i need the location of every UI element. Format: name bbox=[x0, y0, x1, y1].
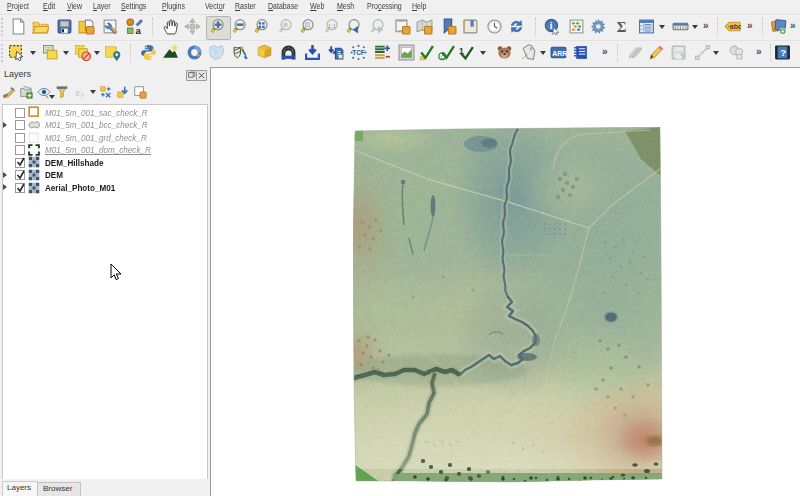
svg-text:ARR: ARR bbox=[552, 50, 567, 57]
svg-text:ε: ε bbox=[76, 87, 80, 98]
svg-text:├: ├ bbox=[80, 92, 84, 99]
svg-text:Σ: Σ bbox=[617, 19, 627, 35]
svg-text:TCF: TCF bbox=[352, 49, 364, 56]
svg-text:1:1: 1:1 bbox=[328, 23, 336, 29]
svg-text:abc: abc bbox=[730, 23, 741, 30]
svg-text:a: a bbox=[136, 25, 142, 35]
svg-text:?: ? bbox=[780, 47, 786, 58]
svg-text:i: i bbox=[550, 20, 553, 31]
